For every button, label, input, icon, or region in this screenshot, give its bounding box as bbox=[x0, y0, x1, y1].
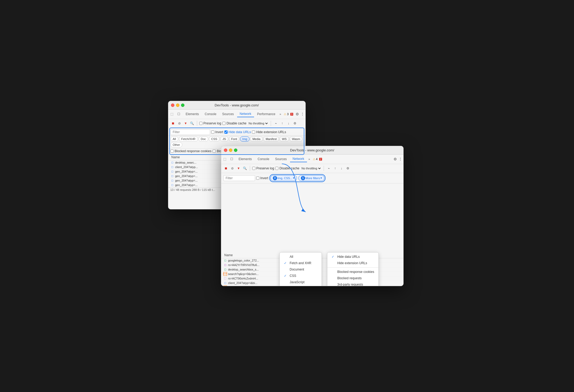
preserve-log-checkbox-1[interactable]: Preserve log bbox=[199, 121, 221, 125]
blocked-reqs-option[interactable]: Blocked requests bbox=[327, 275, 378, 281]
type-filter-count: 3 bbox=[273, 176, 277, 180]
hide-ext-urls-input-1[interactable] bbox=[252, 130, 255, 134]
more-filters-pill[interactable]: 1 More filters ▾ bbox=[299, 175, 324, 181]
filter-btn-2[interactable]: ▼ bbox=[236, 166, 241, 171]
wifi-icon-2[interactable]: ⌁ bbox=[326, 166, 331, 171]
type-js-option[interactable]: JavaScript bbox=[280, 279, 322, 285]
blocked-cookies-1[interactable]: Blocked response cookies bbox=[170, 149, 211, 153]
search-btn-1[interactable]: 🔍 bbox=[189, 121, 195, 126]
type-dropdown-menu[interactable]: All ✓ Fetch and XHR Document ✓ CSS JavaS… bbox=[279, 252, 322, 286]
row-icon: XHR bbox=[223, 272, 227, 276]
maximize-button-1[interactable] bbox=[181, 103, 184, 107]
warn-triangle-icon: ⚠ bbox=[284, 112, 286, 116]
disable-cache-input-2[interactable] bbox=[275, 167, 278, 170]
preserve-log-input-2[interactable] bbox=[252, 167, 255, 170]
minimize-button-1[interactable] bbox=[176, 103, 179, 107]
download-icon-2[interactable]: ↓ bbox=[339, 166, 344, 171]
settings-icon-1[interactable]: ⚙ bbox=[296, 112, 299, 116]
device-icon: ☐ bbox=[176, 111, 182, 117]
window-title-2: DevTools - www.google.com/ bbox=[290, 148, 334, 152]
clear-btn-1[interactable]: ⊘ bbox=[177, 121, 182, 126]
tab-network-2[interactable]: Network bbox=[290, 156, 307, 162]
type-fetch-option[interactable]: ✓ Fetch and XHR bbox=[280, 260, 322, 266]
settings-icon-toolbar-2[interactable]: ⚙ bbox=[345, 166, 350, 171]
hide-data-urls-input-1[interactable] bbox=[224, 130, 228, 134]
minimize-button-2[interactable] bbox=[229, 148, 232, 152]
more-filters-label: More filters bbox=[306, 177, 320, 180]
more-icon-2[interactable]: ⋮ bbox=[399, 157, 402, 161]
type-all-1[interactable]: All bbox=[170, 136, 178, 142]
throttle-select-1[interactable]: No throttling bbox=[247, 121, 269, 125]
type-css-option[interactable]: ✓ CSS bbox=[280, 273, 322, 279]
tab-console-1[interactable]: Console bbox=[202, 111, 219, 117]
type-fetch-1[interactable]: Fetch/XHR bbox=[179, 136, 198, 142]
invert-input-1[interactable] bbox=[211, 130, 214, 134]
tab-elements-1[interactable]: Elements bbox=[183, 111, 202, 117]
wifi-icon-1[interactable]: ⌁ bbox=[273, 121, 278, 126]
more-icon-1[interactable]: ⋮ bbox=[301, 112, 304, 116]
warn-badge-2: ⚠ 4 bbox=[313, 157, 318, 161]
download-icon-1[interactable]: ↓ bbox=[286, 121, 291, 126]
blocked-cookies-option[interactable]: Blocked response cookies bbox=[327, 269, 378, 275]
maximize-button-2[interactable] bbox=[234, 148, 237, 152]
throttle-select-2[interactable]: No throttling bbox=[300, 166, 322, 170]
tab-elements-2[interactable]: Elements bbox=[236, 156, 255, 162]
close-button-1[interactable] bbox=[171, 103, 174, 107]
more-filters-chevron: ▾ bbox=[320, 176, 322, 180]
search-btn-2[interactable]: 🔍 bbox=[242, 166, 248, 171]
tab-console-2[interactable]: Console bbox=[255, 156, 272, 162]
tab-more-2[interactable]: » bbox=[308, 157, 311, 161]
close-button-2[interactable] bbox=[224, 148, 227, 152]
tab-sources-1[interactable]: Sources bbox=[220, 111, 237, 117]
preserve-log-checkbox-2[interactable]: Preserve log bbox=[252, 166, 274, 170]
row-icon: ◻ bbox=[170, 179, 174, 182]
disable-cache-checkbox-1[interactable]: Disable cache bbox=[222, 121, 246, 125]
blocked-reqs-input-1[interactable] bbox=[213, 150, 216, 153]
tab-more-1[interactable]: » bbox=[278, 112, 282, 116]
check-icon: ✓ bbox=[284, 261, 288, 265]
preserve-log-input-1[interactable] bbox=[199, 122, 202, 125]
invert-input-2[interactable] bbox=[256, 177, 259, 180]
more-filters-dropdown[interactable]: ✓ Hide data URLs Hide extension URLs Blo… bbox=[327, 252, 379, 286]
third-party-option[interactable]: 3rd-party requests bbox=[327, 281, 378, 286]
upload-icon-2[interactable]: ↑ bbox=[332, 166, 338, 171]
hide-ext-urls-checkbox-1[interactable]: Hide extension URLs bbox=[252, 130, 286, 134]
type-media-1[interactable]: Media bbox=[250, 136, 263, 142]
filter-input-1[interactable] bbox=[170, 129, 210, 135]
invert-checkbox-1[interactable]: Invert bbox=[211, 130, 223, 134]
type-font-1[interactable]: Font bbox=[229, 136, 239, 142]
tab-sources-2[interactable]: Sources bbox=[273, 156, 290, 162]
type-font-option[interactable]: Font bbox=[280, 285, 322, 286]
warn-triangle-icon-2: ⚠ bbox=[313, 157, 315, 161]
clear-btn-2[interactable]: ⊘ bbox=[230, 166, 235, 171]
filter-btn-1[interactable]: ▼ bbox=[183, 121, 188, 126]
hide-data-urls-option[interactable]: ✓ Hide data URLs bbox=[327, 254, 378, 260]
type-other-1[interactable]: Other bbox=[170, 142, 183, 147]
type-wasm-1[interactable]: Wasm bbox=[290, 136, 302, 142]
tab-performance-1[interactable]: Performance bbox=[255, 111, 278, 117]
blocked-cookies-input-1[interactable] bbox=[170, 150, 174, 153]
disable-cache-input-1[interactable] bbox=[222, 122, 225, 125]
type-img-1[interactable]: Img bbox=[240, 136, 250, 142]
type-ws-1[interactable]: WS bbox=[279, 136, 289, 142]
type-manifest-1[interactable]: Manifest bbox=[263, 136, 279, 142]
hide-ext-urls-option[interactable]: Hide extension URLs bbox=[327, 260, 378, 266]
type-css-1[interactable]: CSS bbox=[209, 136, 220, 142]
tab-network-1[interactable]: Network bbox=[237, 111, 254, 117]
type-filter-pill[interactable]: 3 Img, CSS... ▾ bbox=[270, 175, 297, 181]
type-doc-1[interactable]: Doc bbox=[198, 136, 209, 142]
disable-cache-checkbox-2[interactable]: Disable cache bbox=[275, 166, 299, 170]
check-icon: ✓ bbox=[284, 274, 288, 278]
type-js-1[interactable]: JS bbox=[220, 136, 228, 142]
stop-recording-btn-1[interactable]: ⏹ bbox=[170, 121, 176, 126]
invert-checkbox-2[interactable]: Invert bbox=[256, 176, 268, 180]
type-document-option[interactable]: Document bbox=[280, 266, 322, 273]
hide-data-urls-checkbox-1[interactable]: Hide data URLs bbox=[224, 130, 251, 134]
type-all-option[interactable]: All bbox=[280, 254, 322, 260]
settings-icon-2[interactable]: ⚙ bbox=[394, 157, 397, 161]
filter-input-2[interactable] bbox=[223, 175, 255, 181]
row-icon: ◻ bbox=[223, 281, 227, 285]
settings-icon-toolbar-1[interactable]: ⚙ bbox=[292, 121, 297, 126]
upload-icon-1[interactable]: ↑ bbox=[279, 121, 285, 126]
stop-recording-btn-2[interactable]: ⏹ bbox=[223, 166, 229, 171]
